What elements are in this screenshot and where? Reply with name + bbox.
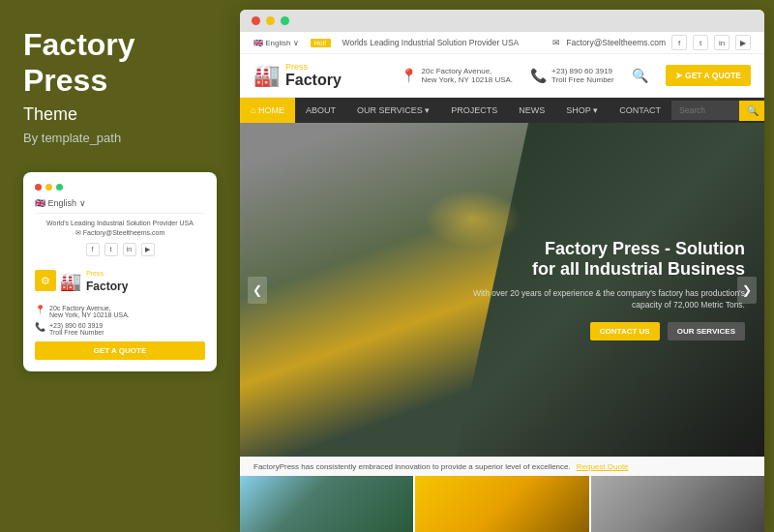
top-tagline: Worlds Leading Industrial Solution Provi…	[342, 38, 520, 47]
website-preview: 🇬🇧 English ∨ Hot! Worlds Leading Industr…	[240, 32, 764, 532]
logo-factory-text: Factory	[285, 72, 342, 88]
mobile-logo-press: Press	[86, 270, 128, 277]
nav-contact[interactable]: CONTACT	[609, 98, 671, 123]
logo-press-text: Press	[285, 62, 342, 72]
factory-logo-icon: 🏭	[253, 63, 280, 88]
nav-home[interactable]: ⌂ HOME	[240, 98, 295, 123]
mobile-window-controls	[35, 184, 205, 191]
nav-services[interactable]: OUR SERVICES ▾	[346, 98, 440, 123]
nav-news[interactable]: NEWS	[508, 98, 555, 123]
hero-section: Factory Press - Solutionfor all Industri…	[240, 123, 764, 457]
browser-window: 🇬🇧 English ∨ Hot! Worlds Leading Industr…	[240, 10, 764, 532]
phone-header-icon: 📞	[530, 68, 547, 83]
mobile-preview: 🇬🇧 English ∨ World's Leading Industrial …	[23, 172, 217, 371]
mobile-tagline: World's Leading Industrial Solution Prov…	[35, 220, 205, 226]
thumbnail-2[interactable]	[415, 476, 588, 532]
mobile-cta-button[interactable]: GET A QUOTE	[35, 341, 205, 360]
top-email: Factory@Steeltheems.com	[566, 38, 666, 47]
nav-search-area: 🔍	[671, 101, 764, 121]
hero-services-button[interactable]: OUR SERVICES	[668, 322, 745, 340]
site-navigation: ⌂ HOME ABOUT OUR SERVICES ▾ PROJECTS NEW…	[240, 98, 764, 123]
top-linkedin-icon[interactable]: in	[714, 35, 729, 50]
top-hot-label: Hot!	[311, 39, 331, 47]
location-icon: 📍	[401, 68, 417, 83]
product-author: By template_path	[23, 131, 217, 145]
left-panel: FactoryPress Theme By template_path 🇬🇧 E…	[0, 0, 240, 532]
hero-content: Factory Press - Solutionfor all Industri…	[455, 239, 745, 341]
browser-minimize-button[interactable]	[266, 16, 275, 25]
nav-shop[interactable]: SHOP ▾	[555, 98, 609, 123]
mobile-social-row: f t in ▶	[35, 243, 205, 256]
mobile-topbar: 🇬🇧 English ∨	[35, 198, 205, 214]
mobile-phone: 📞 +23) 890 60 3919Troll Free Number	[35, 322, 205, 336]
bottom-thumbnails	[240, 476, 764, 532]
mobile-logo: 🏭 Press Factory	[60, 270, 128, 294]
mobile-address: 📍 20c Factory Avenue,New York, NY 10218 …	[35, 305, 205, 318]
hero-next-arrow[interactable]: ❯	[737, 277, 757, 304]
mobile-facebook-icon[interactable]: f	[86, 243, 100, 256]
thumbnail-3[interactable]	[591, 476, 764, 532]
mobile-logo-text: Factory	[86, 280, 128, 293]
top-info-right: ✉ Factory@Steeltheems.com f t in ▶	[552, 35, 751, 50]
nav-search-input[interactable]	[671, 101, 739, 120]
mobile-gear-button[interactable]: ⚙	[35, 270, 56, 291]
thumbnail-1[interactable]	[240, 476, 413, 532]
product-subtitle: Theme	[23, 104, 217, 125]
hero-buttons: CONTACT US OUR SERVICES	[455, 322, 745, 340]
site-header: 🏭 Press Factory 📍 20c Factory Avenue,New…	[240, 54, 764, 98]
mobile-dot-red	[35, 184, 42, 191]
top-youtube-icon[interactable]: ▶	[735, 35, 751, 50]
product-title: FactoryPress	[23, 27, 217, 99]
header-cta-button[interactable]: ➤ GET A QUOTE	[666, 65, 751, 86]
mobile-youtube-icon[interactable]: ▶	[141, 243, 155, 256]
phone-icon: 📞	[35, 322, 45, 332]
header-address: 📍 20c Factory Avenue,New York, NY 10218 …	[401, 67, 514, 84]
mobile-dot-green	[56, 184, 63, 191]
announcement-text: FactoryPress has consistently embraced i…	[253, 462, 571, 471]
header-address-text: 20c Factory Avenue,New York, NY 10218 US…	[422, 67, 514, 84]
header-phone: 📞 +23) 890 60 3919Troll Free Number	[530, 67, 614, 84]
hero-description: With over 20 years of experience & the c…	[455, 288, 745, 311]
mobile-address-text: 20c Factory Avenue,New York, NY 10218 US…	[49, 305, 130, 318]
mobile-language[interactable]: 🇬🇧 English ∨	[35, 198, 86, 208]
nav-about[interactable]: ABOUT	[295, 98, 346, 123]
browser-maximize-button[interactable]	[281, 16, 289, 25]
top-info-bar: 🇬🇧 English ∨ Hot! Worlds Leading Industr…	[240, 32, 764, 54]
mobile-phone-text: +23) 890 60 3919Troll Free Number	[49, 322, 104, 336]
header-search-icon[interactable]: 🔍	[632, 68, 648, 83]
address-icon: 📍	[35, 305, 45, 314]
hero-prev-arrow[interactable]: ❮	[248, 277, 267, 304]
mobile-logo-icon: 🏭	[60, 271, 81, 292]
mobile-email: ✉ Factory@Steeltheems.com	[35, 229, 205, 237]
mobile-dot-yellow	[45, 184, 52, 191]
top-info-left: 🇬🇧 English ∨ Hot! Worlds Leading Industr…	[253, 38, 519, 47]
mobile-twitter-icon[interactable]: t	[104, 243, 118, 256]
browser-close-button[interactable]	[252, 16, 260, 25]
announcement-bar: FactoryPress has consistently embraced i…	[240, 457, 764, 476]
browser-chrome	[240, 10, 764, 32]
announcement-link[interactable]: Request Quote	[577, 462, 629, 471]
nav-projects[interactable]: PROJECTS	[440, 98, 508, 123]
gear-icon: ⚙	[41, 275, 50, 287]
header-phone-text: +23) 890 60 3919Troll Free Number	[551, 67, 614, 84]
hero-contact-button[interactable]: CONTACT US	[590, 322, 660, 340]
header-contact-info: 📍 20c Factory Avenue,New York, NY 10218 …	[401, 65, 751, 86]
top-facebook-icon[interactable]: f	[671, 35, 687, 50]
top-language[interactable]: 🇬🇧 English ∨	[253, 39, 299, 47]
top-twitter-icon[interactable]: t	[693, 35, 708, 50]
envelope-icon: ✉	[552, 38, 560, 47]
hero-title: Factory Press - Solutionfor all Industri…	[455, 239, 745, 281]
nav-search-button[interactable]: 🔍	[739, 101, 764, 121]
site-logo[interactable]: 🏭 Press Factory	[253, 62, 342, 89]
mobile-linkedin-icon[interactable]: in	[123, 243, 136, 256]
